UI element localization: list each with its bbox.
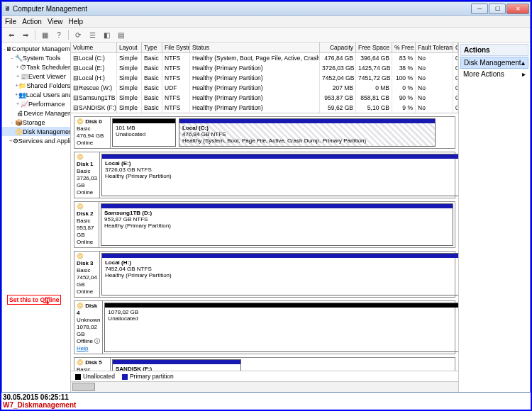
partition[interactable]: 1078,02 GBUnallocated <box>104 303 458 352</box>
actions-selected[interactable]: Disk Management ▴ <box>460 57 528 69</box>
actions-header: Actions <box>460 44 528 56</box>
menu-view[interactable]: View <box>48 18 63 26</box>
footer-caption: 30.05.2015 06:25:11 W7_Diskmanagement <box>3 393 76 409</box>
disk-row[interactable]: 📀 Disk 3Basic7452,04 GBOnlineLocal (H:)7… <box>74 251 455 298</box>
disk-row[interactable]: 📀 Disk 2Basic953,87 GBOnlineSamsung1TB (… <box>74 201 455 248</box>
disk-info[interactable]: 📀 Disk 5Basic59,63 GBOnline <box>74 358 111 371</box>
col-header[interactable]: % Free <box>392 43 416 52</box>
center-pane: VolumeLayoutTypeFile SystemStatusCapacit… <box>71 43 459 392</box>
col-header[interactable]: Type <box>142 43 162 52</box>
col-header[interactable]: Layout <box>117 43 142 52</box>
disk-row[interactable]: 📀 Disk 4Unknown1078,02 GBOffline ⓘHelp10… <box>74 300 455 354</box>
disk-row[interactable]: 📀 Disk 0Basic476,94 GBOnline101 MBUnallo… <box>74 116 455 149</box>
col-header[interactable]: Free Space <box>356 43 392 52</box>
legend: Unallocated Primary partition <box>71 371 458 381</box>
nav-tree[interactable]: -🖥 Computer Management (Local-🔧 System T… <box>2 43 71 392</box>
annotation-arrow-icon: ➔ <box>43 298 50 308</box>
disk-info[interactable]: 📀 Disk 2Basic953,87 GBOnline <box>74 202 99 247</box>
tree-item[interactable]: +📁 Shared Folders <box>2 81 70 90</box>
disk-info[interactable]: 📀 Disk 3Basic7452,04 GBOnline <box>74 252 100 297</box>
disk-row[interactable]: 📀 Disk 5Basic59,63 GBOnlineSANDISK (F:)5… <box>74 357 455 371</box>
disk-row[interactable]: 📀 Disk 1Basic3726,03 GBOnlineLocal (E:)3… <box>74 152 455 198</box>
annotation-callout: Set this to Offline <box>7 295 61 305</box>
actions-pane: Actions Disk Management ▴ More Actions ▸ <box>459 43 530 392</box>
col-header[interactable]: File System <box>162 43 190 52</box>
footer-label: W7_Diskmanagement <box>3 401 76 409</box>
volume-row[interactable]: ⊟Local (C:)SimpleBasicNTFSHealthy (Syste… <box>71 53 458 63</box>
col-header[interactable]: Fault Tolerance <box>416 43 453 52</box>
maximize-button[interactable]: ☐ <box>489 4 506 14</box>
menu-help[interactable]: Help <box>68 18 83 26</box>
disk-info[interactable]: 📀 Disk 4Unknown1078,02 GBOffline ⓘHelp <box>74 301 103 354</box>
menu-action[interactable]: Action <box>22 18 42 26</box>
partition[interactable]: 101 MBUnallocated <box>112 118 176 147</box>
col-header[interactable]: Overhead <box>453 43 458 52</box>
partition[interactable]: SANDISK (F:)59,62 GB NTFSHealthy (Primar… <box>112 359 241 371</box>
tree-item[interactable]: +📈 Performance <box>2 99 70 108</box>
show-hide-tree-button[interactable]: ▦ <box>38 29 51 40</box>
menu-file[interactable]: File <box>5 18 16 26</box>
partition[interactable]: Local (E:)3726,03 GB NTFSHealthy (Primar… <box>101 154 458 196</box>
forward-button[interactable]: ➡ <box>19 29 32 40</box>
volume-row[interactable]: ⊟Local (H:)SimpleBasicNTFSHealthy (Prima… <box>71 73 458 83</box>
col-header[interactable]: Volume <box>71 43 117 52</box>
titlebar[interactable]: 🖥 Computer Management ─ ☐ ✕ <box>2 2 530 16</box>
tree-item[interactable]: 🖨 Device Manager <box>2 108 70 118</box>
window-title: Computer Management <box>13 5 471 13</box>
volume-row[interactable]: ⊟Samsung1TB (D:)SimpleBasicNTFSHealthy (… <box>71 93 458 103</box>
volume-grid[interactable]: VolumeLayoutTypeFile SystemStatusCapacit… <box>71 43 458 113</box>
tree-item[interactable]: -📦 Storage <box>2 118 70 127</box>
partition[interactable]: Local (H:)7452,04 GB NTFSHealthy (Primar… <box>101 253 458 295</box>
tree-item[interactable]: +📰 Event Viewer <box>2 72 70 81</box>
back-button[interactable]: ⬅ <box>5 29 18 40</box>
volume-row[interactable]: ⊟SANDISK (F:)SimpleBasicNTFSHealthy (Pri… <box>71 103 458 113</box>
disk-info[interactable]: 📀 Disk 0Basic476,94 GBOnline <box>74 117 111 148</box>
legend-primary: Primary partition <box>130 373 174 380</box>
view-bottom-button[interactable]: ◧ <box>100 29 113 40</box>
menubar: File Action View Help <box>2 16 530 28</box>
refresh-button[interactable]: ⟳ <box>72 29 84 40</box>
partition[interactable]: Local (C:)476,84 GB NTFSHealthy (System,… <box>179 118 436 147</box>
col-header[interactable]: Status <box>190 43 320 52</box>
tree-item[interactable]: -🔧 System Tools <box>2 53 70 62</box>
partition[interactable]: Samsung1TB (D:)953,87 GB NTFSHealthy (Pr… <box>101 203 453 246</box>
tree-item[interactable]: +⏱ Task Scheduler <box>2 62 70 72</box>
tree-item[interactable]: +👥 Local Users and Groups <box>2 90 70 99</box>
app-icon: 🖥 <box>2 5 13 12</box>
disk-info[interactable]: 📀 Disk 1Basic3726,03 GBOnline <box>74 152 100 198</box>
volume-row[interactable]: ⊟Rescue (W:)SimpleBasicUDFHealthy (Prima… <box>71 83 458 93</box>
volume-row[interactable]: ⊟Local (E:)SimpleBasicNTFSHealthy (Prima… <box>71 63 458 73</box>
tree-item[interactable]: 📀 Disk Management <box>2 127 70 136</box>
tree-item[interactable]: +⚙ Services and Applications <box>2 136 70 145</box>
view-detail-button[interactable]: ▤ <box>114 29 127 40</box>
toolbar: ⬅ ➡ ▦ ? ⟳ ☰ ◧ ▤ <box>2 28 530 43</box>
close-button[interactable]: ✕ <box>506 4 529 14</box>
tree-h-scroll[interactable] <box>71 381 458 392</box>
footer-timestamp: 30.05.2015 06:25:11 <box>3 393 76 401</box>
disk-graphical-view[interactable]: 📀 Disk 0Basic476,94 GBOnline101 MBUnallo… <box>71 113 458 371</box>
legend-unallocated: Unallocated <box>83 373 115 380</box>
tree-item[interactable]: -🖥 Computer Management (Local <box>2 44 70 53</box>
col-header[interactable]: Capacity <box>320 43 356 52</box>
minimize-button[interactable]: ─ <box>471 4 488 14</box>
actions-more[interactable]: More Actions ▸ <box>460 69 528 79</box>
view-list-button[interactable]: ☰ <box>86 29 99 40</box>
computer-management-window: 🖥 Computer Management ─ ☐ ✕ File Action … <box>1 1 531 393</box>
help-button[interactable]: ? <box>52 29 65 40</box>
